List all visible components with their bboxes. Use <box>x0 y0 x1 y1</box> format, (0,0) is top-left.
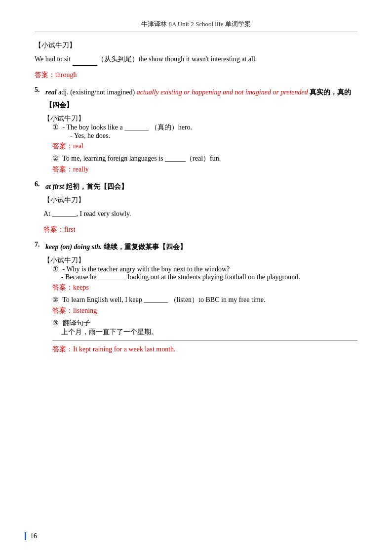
item5-sub2-line1: To me, learning foreign languages is ___… <box>62 155 221 162</box>
bracket-intro: 【小试牛刀】 <box>35 41 357 50</box>
item7-sub3-ans-val: It kept raining for a week last month. <box>73 345 176 353</box>
item5-content: real adj. (existing/not imagined) actual… <box>45 86 357 111</box>
item5-sub2-ans-label: 答案： <box>52 166 73 173</box>
intro-answer-value: through <box>55 71 77 79</box>
page-number: 16 <box>25 532 37 540</box>
item7-sub2: ② To learn English well, I keep _______ … <box>52 296 357 317</box>
item5-section: 5. real adj. (existing/not imagined) act… <box>35 86 357 175</box>
item6-ans-label: 答案： <box>43 226 64 233</box>
item5-sub2: ② To me, learning foreign languages is _… <box>52 154 357 175</box>
item5-sub1: ① - The boy looks like a _______ （真的）her… <box>52 123 357 152</box>
item7-sub1-ans-label: 答案： <box>52 284 73 291</box>
intro-answer-label: 答案： <box>35 71 55 79</box>
item7-bracket-label: 【小试牛刀】 <box>43 256 357 265</box>
item7-sub3-line2: 上个月，雨一直下了一个星期。 <box>61 328 158 336</box>
item6-entry: 6. at first 起初，首先【四会】 <box>35 180 357 193</box>
item7-sub1-answer: 答案：keeps <box>52 281 357 294</box>
item7-section: 7. keep (on) doing sth. 继续，重复做某事【四会】 【小试… <box>35 241 357 356</box>
item6-sentence: At _______, I read very slowly. <box>43 208 357 220</box>
item7-sub3: ③ 翻译句子 上个月，雨一直下了一个星期。 答案：It kept raining… <box>52 319 357 355</box>
item5-def-plain: (existing/not imagined) <box>70 88 135 96</box>
item7-sub3-line1: 翻译句子 <box>63 319 90 327</box>
item5-def-red: actually existing or happening and not i… <box>137 88 308 96</box>
item5-sub1-line2: - Yes, he does. <box>70 132 357 140</box>
intro-section: 【小试牛刀】 We had to sit （从头到尾）the show thou… <box>35 41 357 81</box>
item5-sub1-ans-label: 答案： <box>52 142 73 150</box>
item5-sub1-answer: 答案：real <box>52 140 357 152</box>
item7-content: keep (on) doing sth. 继续，重复做某事【四会】 <box>45 241 357 253</box>
item5-pos: adj. <box>58 88 69 96</box>
item6-ans-val: first <box>64 226 76 233</box>
item5-word: real <box>45 88 57 96</box>
item7-sub2-line1: To learn English well, I keep _______ （l… <box>62 296 265 303</box>
item5-circle2: ② <box>52 154 59 163</box>
item7-circle1: ① <box>52 265 59 273</box>
item7-bracket-area: 【小试牛刀】 ① - Why is the teacher angry with… <box>43 256 357 356</box>
item7-phrase-line: keep (on) doing sth. 继续，重复做某事【四会】 <box>45 241 357 253</box>
item5-bracket: 【小试牛刀】 ① - The boy looks like a _______ … <box>43 114 357 175</box>
item6-phrase: at first <box>45 183 64 190</box>
item6-num: 6. <box>35 180 45 188</box>
item5-sub1-line1: - The boy looks like a _______ （真的）hero. <box>63 124 193 131</box>
item6-def-cn-text: 起初，首先【四会】 <box>66 183 128 190</box>
item7-circle2: ② <box>52 296 59 304</box>
item5-sub2-ans-val: really <box>73 166 89 173</box>
intro-text-before: We had to sit <box>35 55 73 63</box>
item6-content: at first 起初，首先【四会】 <box>45 180 357 193</box>
item7-entry: 7. keep (on) doing sth. 继续，重复做某事【四会】 <box>35 241 357 253</box>
intro-sentence: We had to sit （从头到尾）the show though it w… <box>35 53 357 66</box>
item7-sub1: ① - Why is the teacher angry with the bo… <box>52 265 357 294</box>
intro-text-middle: （从头到尾）the show though it wasn't interest… <box>97 55 257 63</box>
item5-bracket-label: 【小试牛刀】 <box>43 114 357 123</box>
item7-sub1-line2-wrap: - Because he ________ looking out at the… <box>61 273 357 281</box>
item7-phrase: keep (on) doing sth. <box>45 243 102 251</box>
page: 牛津译林 8A Unit 2 School life 单词学案 【小试牛刀】 W… <box>0 0 392 555</box>
item7-sub3-answer: 答案：It kept raining for a week last month… <box>52 343 357 355</box>
item7-sub2-ans-val: listening <box>73 307 97 314</box>
intro-answer: 答案：through <box>35 69 357 81</box>
item6-section: 6. at first 起初，首先【四会】 【小试牛刀】 At _______,… <box>35 180 357 236</box>
item6-bracket-label: 【小试牛刀】 <box>43 196 357 205</box>
item5-num: 5. <box>35 86 45 94</box>
item7-sub3-line2-wrap: 上个月，雨一直下了一个星期。 <box>61 328 357 337</box>
item5-sub1-ans-val: real <box>73 142 83 150</box>
item5-circle1: ① <box>52 123 59 131</box>
item7-sub2-answer: 答案：listening <box>52 304 357 317</box>
intro-blank <box>73 53 97 66</box>
item7-sub1-line1: - Why is the teacher angry with the boy … <box>63 265 230 273</box>
item7-circle3: ③ <box>52 319 59 327</box>
item7-num: 7. <box>35 241 45 249</box>
item7-sub1-ans-val: keeps <box>73 284 89 291</box>
item7-sub3-ans-label: 答案： <box>52 345 73 353</box>
item5-word-line: real adj. (existing/not imagined) actual… <box>45 86 357 111</box>
item5-sub1-yes: - Yes, he does. <box>70 132 110 139</box>
item6-phrase-line: at first 起初，首先【四会】 <box>45 180 357 193</box>
item6-answer: 答案：first <box>43 223 357 236</box>
item6-bracket-area: 【小试牛刀】 At _______, I read very slowly. 答… <box>43 196 357 235</box>
item7-sub3-line <box>52 341 357 341</box>
item7-def-cn-text: 继续，重复做某事【四会】 <box>104 243 187 251</box>
header-title: 牛津译林 8A Unit 2 School life 单词学案 <box>141 20 251 28</box>
item7-sub2-ans-label: 答案： <box>52 307 73 314</box>
page-header: 牛津译林 8A Unit 2 School life 单词学案 <box>35 20 357 32</box>
item5-sub2-answer: 答案：really <box>52 163 357 175</box>
item5-entry: 5. real adj. (existing/not imagined) act… <box>35 86 357 111</box>
item7-sub1-line2: - Because he ________ looking out at the… <box>61 273 300 281</box>
